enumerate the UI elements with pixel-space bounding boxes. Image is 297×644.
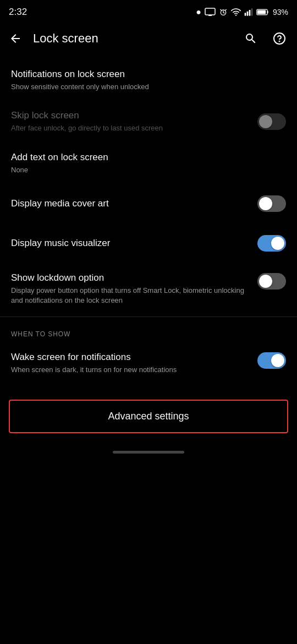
battery-percent: 93% (273, 8, 288, 17)
show-lockdown-option-toggle-thumb (259, 275, 272, 288)
svg-rect-8 (257, 10, 266, 14)
wifi-icon (231, 8, 241, 17)
signal-icon (244, 8, 253, 17)
wake-screen-notifications-content: Wake screen for notifications When scree… (11, 351, 257, 375)
header: Lock screen (0, 22, 297, 55)
svg-rect-5 (249, 10, 251, 16)
display-music-visualizer-content: Display music visualizer (11, 237, 257, 249)
wake-screen-notifications-subtitle: When screen is dark, it turns on for new… (11, 365, 257, 375)
display-media-cover-art-toggle[interactable] (257, 195, 286, 212)
screen-icon (205, 8, 216, 17)
wake-screen-notifications-item[interactable]: Wake screen for notifications When scree… (0, 342, 297, 384)
wake-screen-notifications-toggle[interactable] (257, 352, 286, 369)
show-lockdown-option-subtitle: Display power button option that turns o… (11, 286, 257, 305)
section-divider (0, 316, 297, 317)
skip-lock-screen-item[interactable]: Skip lock screen After face unlock, go d… (0, 101, 297, 142)
notifications-lock-screen-subtitle: Show sensitive content only when unlocke… (11, 82, 286, 92)
page-title: Lock screen (33, 31, 233, 46)
skip-lock-screen-content: Skip lock screen After face unlock, go d… (11, 110, 257, 133)
display-media-cover-art-content: Display media cover art (11, 198, 257, 210)
when-to-show-section-header: WHEN TO SHOW (0, 319, 297, 342)
show-lockdown-option-title: Show lockdown option (11, 272, 257, 284)
svg-point-10 (279, 41, 280, 42)
skip-lock-screen-subtitle: After face unlock, go directly to last u… (11, 123, 257, 133)
notifications-lock-screen-title: Notifications on lock screen (11, 68, 286, 80)
status-bar: 2:32 ● (0, 0, 297, 22)
notifications-lock-screen-item[interactable]: Notifications on lock screen Show sensit… (0, 59, 297, 101)
back-button[interactable] (4, 28, 26, 50)
wake-screen-notifications-title: Wake screen for notifications (11, 351, 257, 363)
add-text-lock-screen-subtitle: None (11, 165, 286, 175)
home-indicator (113, 451, 184, 454)
help-button[interactable] (268, 28, 290, 50)
advanced-settings-button[interactable]: Advanced settings (9, 400, 288, 433)
display-music-visualizer-toggle-thumb (271, 237, 284, 250)
bottom-bar (0, 444, 297, 458)
show-lockdown-option-item[interactable]: Show lockdown option Display power butto… (0, 263, 297, 314)
battery-icon (256, 8, 270, 16)
notifications-lock-screen-content: Notifications on lock screen Show sensit… (11, 68, 286, 92)
add-text-lock-screen-content: Add text on lock screen None (11, 151, 286, 175)
display-media-cover-art-title: Display media cover art (11, 198, 257, 210)
status-icons: ● (196, 7, 288, 17)
display-media-cover-art-toggle-thumb (259, 197, 272, 210)
search-button[interactable] (240, 28, 262, 50)
status-time: 2:32 (9, 7, 27, 18)
display-music-visualizer-title: Display music visualizer (11, 237, 257, 249)
wake-screen-notifications-toggle-thumb (271, 354, 284, 367)
add-text-lock-screen-title: Add text on lock screen (11, 151, 286, 163)
skip-lock-screen-title: Skip lock screen (11, 110, 257, 122)
svg-rect-1 (208, 15, 212, 16)
svg-rect-0 (205, 8, 215, 15)
display-music-visualizer-toggle[interactable] (257, 235, 286, 252)
show-lockdown-option-content: Show lockdown option Display power butto… (11, 272, 257, 305)
skip-lock-screen-toggle[interactable] (257, 113, 286, 130)
alarm-icon (219, 8, 228, 17)
settings-list: Notifications on lock screen Show sensit… (0, 55, 297, 389)
display-music-visualizer-item[interactable]: Display music visualizer (0, 223, 297, 263)
skip-lock-screen-toggle-thumb (259, 115, 272, 128)
add-text-lock-screen-item[interactable]: Add text on lock screen None (0, 143, 297, 184)
svg-rect-3 (245, 13, 246, 15)
svg-rect-6 (251, 8, 253, 15)
show-lockdown-option-toggle[interactable] (257, 273, 286, 290)
whatsapp-icon: ● (196, 7, 201, 17)
svg-rect-4 (247, 12, 249, 16)
display-media-cover-art-item[interactable]: Display media cover art (0, 184, 297, 223)
